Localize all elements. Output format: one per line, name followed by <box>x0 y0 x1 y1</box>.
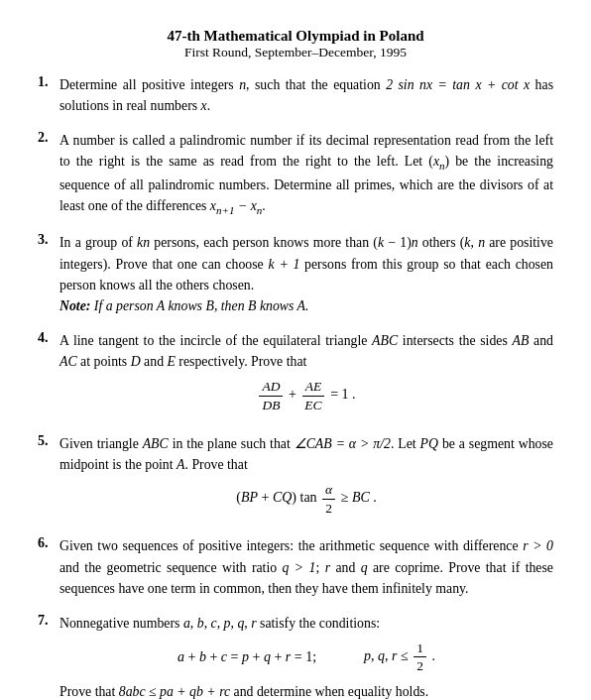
problem-6-num: 6. <box>38 535 59 551</box>
formula-4: ADDB + AEEC = 1 . <box>59 378 553 413</box>
problem-1-num: 1. <box>38 74 59 90</box>
problem-5: 5. Given triangle ABC in the plane such … <box>38 433 553 524</box>
formula-5: (BP + CQ) tan α2 ≥ BC . <box>59 481 553 517</box>
problem-7-num: 7. <box>38 613 59 629</box>
problem-3-num: 3. <box>38 232 59 248</box>
problem-2: 2. A number is called a palindromic numb… <box>38 130 553 219</box>
problem-4-text: A line tangent to the incircle of the eq… <box>59 330 553 420</box>
problem-7-text: Nonnegative numbers a, b, c, p, q, r sat… <box>59 613 553 700</box>
problem-5-num: 5. <box>38 433 59 449</box>
title-block: 47-th Mathematical Olympiad in Poland Fi… <box>38 28 553 60</box>
problem-4: 4. A line tangent to the incircle of the… <box>38 330 553 420</box>
title-sub: First Round, September–December, 1995 <box>38 45 553 60</box>
problem-7: 7. Nonnegative numbers a, b, c, p, q, r … <box>38 613 553 700</box>
problem-2-text: A number is called a palindromic number … <box>59 130 553 219</box>
problems-list: 1. Determine all positive integers n, su… <box>38 74 553 700</box>
problem-2-num: 2. <box>38 130 59 146</box>
problem-3: 3. In a group of kn persons, each person… <box>38 232 553 317</box>
problem-5-text: Given triangle ABC in the plane such tha… <box>59 433 553 524</box>
problem-3-text: In a group of kn persons, each person kn… <box>59 232 553 317</box>
formula-7: a + b + c = p + q + r = 1; p, q, r ≤ 12 … <box>59 640 553 675</box>
problem-6: 6. Given two sequences of positive integ… <box>38 535 553 599</box>
title-main: 47-th Mathematical Olympiad in Poland <box>38 28 553 45</box>
problem-1-text: Determine all positive integers n, such … <box>59 74 553 117</box>
problem-4-num: 4. <box>38 330 59 346</box>
problem-6-text: Given two sequences of positive integers… <box>59 535 553 599</box>
problem-1: 1. Determine all positive integers n, su… <box>38 74 553 117</box>
